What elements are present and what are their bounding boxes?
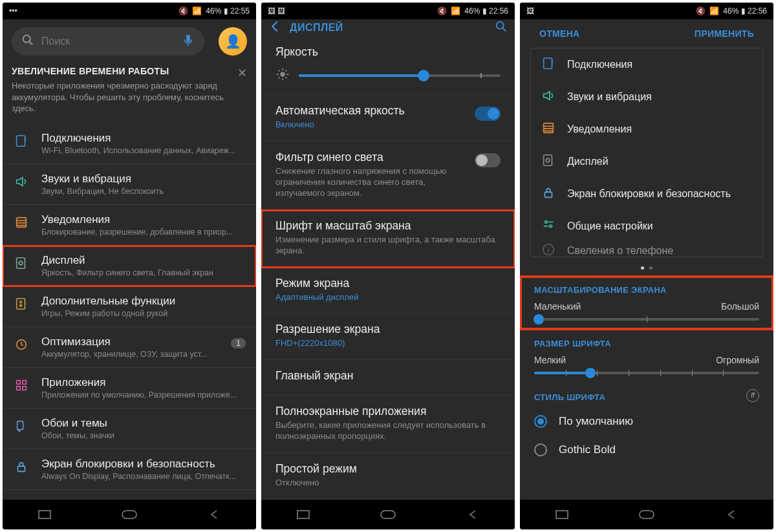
setting-item-notif[interactable]: Уведомления Блокирование, разрешение, до… bbox=[3, 205, 256, 246]
settings-list: Подключения Wi-Fi, Bluetooth, Использова… bbox=[3, 123, 256, 500]
mic-icon[interactable] bbox=[181, 33, 195, 50]
setting-item-lock[interactable]: Экран блокировки и безопасность Always O… bbox=[3, 449, 256, 490]
svg-rect-35 bbox=[544, 58, 552, 69]
font-scale-title: Шрифт и масштаб экрана bbox=[275, 219, 501, 233]
home-key[interactable] bbox=[122, 507, 137, 522]
style-heading: СТИЛЬ ШРИФТА bbox=[520, 383, 620, 407]
recents-key[interactable] bbox=[554, 507, 570, 522]
scale-slider[interactable] bbox=[534, 318, 759, 321]
setting-subtitle: Блокирование, разрешение, добавление в п… bbox=[41, 228, 246, 237]
svg-rect-19 bbox=[18, 466, 25, 471]
nav-bar bbox=[261, 500, 515, 529]
status-right: 46% ▮ 22:56 bbox=[464, 6, 508, 16]
blue-filter-row[interactable]: Фильтр синего света Снижение глазного на… bbox=[261, 142, 515, 210]
preview-item-connections: Подключения bbox=[531, 48, 762, 81]
resolution-row[interactable]: Разрешение экрана FHD+(2220x1080) bbox=[261, 314, 515, 360]
svg-point-45 bbox=[550, 225, 552, 228]
svg-rect-3 bbox=[17, 135, 25, 146]
font-slider[interactable] bbox=[534, 372, 759, 374]
screen-mode-sub: Адаптивный дисплей bbox=[275, 292, 501, 303]
svg-point-9 bbox=[19, 261, 22, 265]
font-scale-row[interactable]: Шрифт и масштаб экрана Изменение размера… bbox=[261, 210, 515, 268]
resolution-sub: FHD+(2220x1080) bbox=[275, 338, 501, 349]
preview-item-general: Общие настройки bbox=[531, 210, 762, 242]
svg-rect-10 bbox=[17, 298, 25, 309]
screenshot-icon: 🖼 🖼 bbox=[268, 6, 285, 16]
setting-item-connections[interactable]: Подключения Wi-Fi, Bluetooth, Использова… bbox=[3, 123, 256, 164]
svg-rect-17 bbox=[23, 386, 27, 390]
svg-line-32 bbox=[286, 70, 287, 72]
preview-label: Экран блокировки и безопасность bbox=[567, 188, 731, 200]
recents-key[interactable] bbox=[296, 507, 311, 522]
blue-filter-toggle[interactable] bbox=[475, 153, 501, 167]
cancel-button[interactable]: ОТМЕНА bbox=[539, 28, 579, 39]
search-icon[interactable] bbox=[494, 19, 508, 36]
simple-sub: Отключено bbox=[275, 478, 501, 489]
avatar-icon[interactable]: 👤 bbox=[219, 27, 247, 56]
preview-item-display: Дисплей bbox=[531, 145, 762, 178]
screen-mode-row[interactable]: Режим экрана Адаптивный дисплей bbox=[261, 268, 515, 314]
nav-bar bbox=[520, 500, 773, 529]
fullscreen-sub: Выберите, какие приложения следует испол… bbox=[275, 420, 501, 442]
brightness-slider[interactable] bbox=[299, 74, 501, 77]
status-bar: 🖼 🔇 📶 46% ▮ 22:56 bbox=[520, 3, 773, 19]
home-screen-row[interactable]: Главный экран bbox=[261, 360, 515, 396]
svg-line-30 bbox=[286, 78, 287, 79]
home-key[interactable] bbox=[380, 507, 396, 522]
signal-icon: 📶 bbox=[192, 6, 202, 16]
recents-key[interactable] bbox=[37, 507, 52, 522]
auto-brightness-row[interactable]: Автоматическая яркость Включено bbox=[261, 95, 515, 142]
mute-icon: 🔇 bbox=[178, 6, 188, 16]
svg-line-1 bbox=[30, 42, 33, 45]
font-style-option[interactable]: По умолчанию bbox=[520, 407, 773, 436]
setting-title: Уведомления bbox=[41, 213, 246, 226]
svg-rect-2 bbox=[186, 35, 190, 42]
auto-brightness-sub: Включено bbox=[275, 120, 466, 131]
auto-brightness-toggle[interactable] bbox=[475, 107, 501, 121]
back-icon[interactable] bbox=[268, 19, 282, 36]
display-options-list: Яркость Автоматическая яркость Включено bbox=[261, 36, 515, 500]
notif-icon bbox=[541, 121, 555, 138]
search-bar[interactable] bbox=[12, 27, 204, 56]
setting-item-advanced[interactable]: Дополнительные функции Игры, Режим работ… bbox=[3, 286, 256, 327]
setting-item-wallpaper[interactable]: Обои и темы Обои, темы, значки bbox=[3, 409, 256, 449]
battery-tip-card[interactable]: УВЕЛИЧЕНИЕ ВРЕМЕНИ РАБОТЫ Некоторые прил… bbox=[12, 66, 247, 114]
flipfont-icon[interactable]: ff bbox=[746, 389, 759, 402]
status-bar: ••• 🔇 📶 46% ▮ 22:55 bbox=[3, 3, 256, 19]
phone-settings-main: ••• 🔇 📶 46% ▮ 22:55 👤 УВЕЛИЧЕНИЕ ВРЕМЕНИ… bbox=[3, 3, 256, 529]
fullscreen-apps-row[interactable]: Полноэкранные приложения Выберите, какие… bbox=[261, 396, 515, 453]
brightness-slider-row bbox=[261, 63, 515, 95]
setting-item-apps[interactable]: Приложения Приложения по умолчанию, Разр… bbox=[3, 368, 256, 409]
back-key[interactable] bbox=[465, 507, 480, 522]
pager-dots bbox=[520, 264, 773, 276]
back-key[interactable] bbox=[724, 507, 739, 522]
svg-point-41 bbox=[546, 158, 550, 162]
svg-rect-8 bbox=[17, 257, 25, 268]
setting-title: Дисплей bbox=[41, 254, 246, 267]
close-icon[interactable]: ✕ bbox=[237, 66, 247, 80]
setting-subtitle: Игры, Режим работы одной рукой bbox=[41, 309, 246, 318]
preview-item-about: Свеления о телефоне bbox=[531, 242, 762, 257]
svg-line-23 bbox=[503, 28, 506, 32]
home-key[interactable] bbox=[639, 507, 654, 522]
screenshot-icon: 🖼 bbox=[526, 6, 534, 16]
tip-title: УВЕЛИЧЕНИЕ ВРЕМЕНИ РАБОТЫ bbox=[12, 66, 247, 76]
setting-item-optim[interactable]: Оптимизация Аккумулятор, хранилище, ОЗУ,… bbox=[3, 327, 256, 368]
connections-icon bbox=[13, 132, 30, 148]
brightness-section: Яркость bbox=[261, 36, 515, 63]
badge: 1 bbox=[231, 338, 246, 348]
pager-dot bbox=[641, 266, 644, 270]
search-input[interactable] bbox=[41, 36, 175, 47]
apply-button[interactable]: ПРИМЕНИТЬ bbox=[695, 28, 754, 39]
back-key[interactable] bbox=[206, 507, 222, 522]
setting-item-sound[interactable]: Звуки и вибрация Звуки, Вибрация, Не бес… bbox=[3, 164, 256, 205]
setting-item-display[interactable]: Дисплей Яркость, Фильтр синего света, Гл… bbox=[3, 246, 256, 286]
font-style-option[interactable]: Gothic Bold bbox=[520, 436, 773, 464]
svg-rect-16 bbox=[17, 386, 21, 390]
brightness-icon bbox=[275, 67, 290, 84]
svg-rect-14 bbox=[17, 380, 21, 384]
simple-mode-row[interactable]: Простой режим Отключено bbox=[261, 453, 515, 500]
svg-point-12 bbox=[20, 304, 22, 306]
svg-point-24 bbox=[280, 72, 285, 77]
fullscreen-title: Полноэкранные приложения bbox=[275, 405, 501, 418]
